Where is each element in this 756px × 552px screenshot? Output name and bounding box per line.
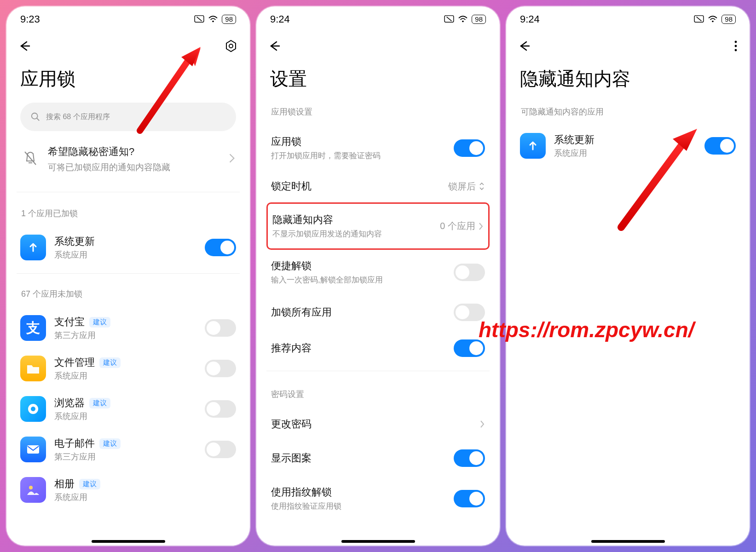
search-input[interactable]: 搜索 68 个应用程序 bbox=[20, 103, 236, 131]
chevron-right-icon bbox=[478, 222, 484, 230]
app-row-system-update[interactable]: 系统更新 系统应用 bbox=[17, 227, 240, 274]
app-icon-alipay: 支 bbox=[20, 315, 46, 341]
app-name: 支付宝 bbox=[54, 315, 85, 329]
setting-title: 隐藏通知内容 bbox=[272, 213, 433, 227]
setting-title: 锁定时机 bbox=[271, 179, 442, 193]
back-button[interactable] bbox=[18, 40, 31, 52]
toggle-hide-system-update[interactable] bbox=[704, 137, 736, 155]
toggle-fingerprint[interactable] bbox=[454, 490, 485, 507]
status-icons: 98 bbox=[194, 15, 236, 24]
phone-screen-2: 9:24 98 设置 应用锁设置 应用锁 打开加锁应用时，需要验证密码 锁定时机 bbox=[256, 6, 500, 546]
setting-title: 使用指纹解锁 bbox=[271, 485, 447, 499]
gesture-bar bbox=[591, 540, 665, 543]
setting-title: 推荐内容 bbox=[271, 341, 447, 355]
toggle-showpattern[interactable] bbox=[454, 449, 485, 467]
toggle-system-update[interactable] bbox=[205, 239, 236, 256]
svg-marker-3 bbox=[226, 40, 236, 52]
svg-line-6 bbox=[37, 118, 40, 121]
status-icons: 98 bbox=[444, 15, 486, 24]
clock: 9:24 bbox=[520, 13, 540, 25]
applock-settings-label: 应用锁设置 bbox=[266, 103, 490, 126]
locked-section-label: 1 个应用已加锁 bbox=[17, 204, 240, 227]
setting-applock[interactable]: 应用锁 打开加锁应用时，需要验证密码 bbox=[266, 126, 490, 170]
svg-point-21 bbox=[735, 49, 737, 52]
app-row-photos[interactable]: 相册建议 系统应用 bbox=[17, 470, 240, 510]
setting-subtitle: 打开加锁应用时，需要验证密码 bbox=[271, 150, 447, 161]
app-row-browser[interactable]: 浏览器建议 系统应用 bbox=[17, 389, 240, 429]
svg-point-20 bbox=[735, 45, 737, 47]
battery-icon: 98 bbox=[222, 15, 236, 24]
toggle-files[interactable] bbox=[205, 360, 236, 377]
toggle-browser[interactable] bbox=[205, 400, 236, 418]
app-subtitle: 系统应用 bbox=[54, 492, 236, 503]
app-row-system-update[interactable]: 系统更新 系统应用 bbox=[516, 126, 739, 166]
toggle-recommend[interactable] bbox=[454, 339, 485, 357]
setting-value: 锁屏后 bbox=[448, 180, 485, 193]
app-name: 电子邮件 bbox=[54, 437, 95, 450]
setting-subtitle: 使用指纹验证应用锁 bbox=[271, 501, 447, 512]
suggest-badge: 建议 bbox=[99, 438, 121, 449]
svg-point-12 bbox=[29, 486, 33, 489]
top-bar bbox=[256, 32, 500, 60]
gesture-bar bbox=[92, 540, 165, 543]
app-icon-system-update bbox=[20, 235, 46, 260]
setting-locktime[interactable]: 锁定时机 锁屏后 bbox=[266, 170, 490, 202]
back-button[interactable] bbox=[518, 40, 531, 52]
setting-title: 应用锁 bbox=[271, 135, 447, 149]
suggest-badge: 建议 bbox=[89, 317, 110, 328]
setting-showpattern[interactable]: 显示图案 bbox=[266, 440, 490, 476]
gear-icon[interactable] bbox=[224, 39, 238, 53]
search-icon bbox=[30, 112, 40, 122]
app-subtitle: 第三方应用 bbox=[54, 451, 196, 462]
svg-point-1 bbox=[213, 21, 214, 23]
setting-quickunlock[interactable]: 便捷解锁 输入一次密码,解锁全部加锁应用 bbox=[266, 250, 490, 294]
top-bar bbox=[506, 32, 750, 60]
annotation-red-box: 隐藏通知内容 不显示加锁应用发送的通知内容 0 个应用 bbox=[266, 202, 490, 250]
notice-subtitle: 可将已加锁应用的通知内容隐藏 bbox=[48, 161, 220, 173]
suggest-badge: 建议 bbox=[79, 479, 100, 489]
app-row-files[interactable]: 文件管理建议 系统应用 bbox=[17, 348, 240, 389]
no-sim-icon bbox=[194, 15, 204, 23]
setting-changepwd[interactable]: 更改密码 bbox=[266, 408, 490, 440]
app-row-mail[interactable]: 电子邮件建议 第三方应用 bbox=[17, 429, 240, 470]
app-name: 文件管理 bbox=[54, 356, 95, 369]
toggle-alipay[interactable] bbox=[205, 319, 236, 337]
app-subtitle: 系统应用 bbox=[554, 148, 696, 159]
status-bar: 9:24 98 bbox=[256, 6, 500, 32]
notice-title: 希望隐藏秘密通知? bbox=[48, 145, 220, 159]
setting-lockall[interactable]: 加锁所有应用 bbox=[266, 294, 490, 330]
app-row-alipay[interactable]: 支 支付宝建议 第三方应用 bbox=[17, 308, 240, 348]
clock: 9:24 bbox=[270, 13, 290, 25]
hideable-apps-label: 可隐藏通知内容的应用 bbox=[516, 103, 739, 126]
toggle-lockall[interactable] bbox=[454, 304, 485, 321]
svg-point-19 bbox=[735, 41, 737, 43]
setting-title: 便捷解锁 bbox=[271, 259, 447, 273]
chevron-right-icon bbox=[229, 153, 235, 165]
setting-recommend[interactable]: 推荐内容 bbox=[266, 330, 490, 371]
setting-subtitle: 不显示加锁应用发送的通知内容 bbox=[272, 229, 433, 239]
wifi-icon bbox=[458, 15, 468, 23]
battery-icon: 98 bbox=[721, 15, 736, 24]
app-icon-mail bbox=[20, 437, 46, 462]
phone-screen-1: 9:23 98 应用锁 搜索 68 个应用程序 希望隐藏秘密通知? 可将已加锁应… bbox=[6, 6, 250, 546]
setting-title: 加锁所有应用 bbox=[271, 305, 447, 319]
setting-title: 显示图案 bbox=[271, 451, 447, 465]
more-icon[interactable] bbox=[734, 40, 738, 52]
svg-point-4 bbox=[229, 44, 233, 48]
app-name: 浏览器 bbox=[54, 396, 85, 410]
setting-fingerprint[interactable]: 使用指纹解锁 使用指纹验证应用锁 bbox=[266, 476, 490, 521]
toggle-mail[interactable] bbox=[205, 441, 236, 458]
toggle-quickunlock[interactable] bbox=[454, 264, 485, 281]
hide-notification-card[interactable]: 希望隐藏秘密通知? 可将已加锁应用的通知内容隐藏 bbox=[17, 131, 240, 192]
page-title: 设置 bbox=[256, 60, 500, 103]
app-subtitle: 系统应用 bbox=[54, 370, 196, 381]
toggle-applock[interactable] bbox=[454, 139, 485, 157]
chevron-right-icon bbox=[479, 420, 485, 428]
back-button[interactable] bbox=[268, 40, 281, 52]
status-bar: 9:23 98 bbox=[6, 6, 250, 32]
app-name: 系统更新 bbox=[54, 235, 95, 248]
app-name: 系统更新 bbox=[554, 133, 594, 147]
app-name: 相册 bbox=[54, 477, 75, 491]
setting-hide-care[interactable]: 隐藏通知内容 不显示加锁应用发送的通知内容 0 个应用 bbox=[268, 204, 488, 248]
gesture-bar bbox=[341, 540, 415, 543]
